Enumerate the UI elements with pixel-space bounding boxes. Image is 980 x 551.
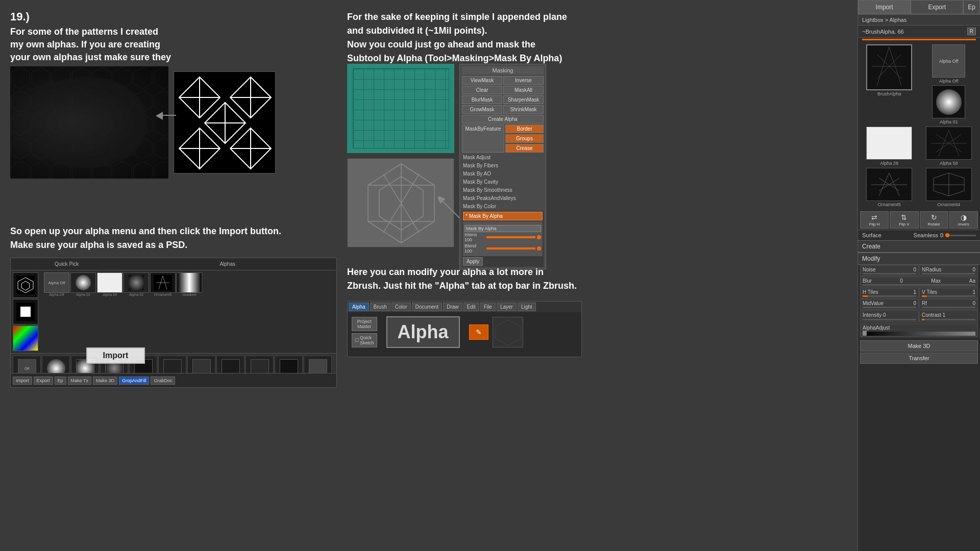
sharpenmask-btn[interactable]: SharpenMask — [503, 95, 544, 104]
mask-by-fibers[interactable]: Mask By Fibers — [462, 162, 544, 169]
mask-by-smoothness[interactable]: Mask By Smoothness — [462, 187, 544, 193]
transfer-btn[interactable]: Transfer — [860, 353, 978, 364]
tab-color[interactable]: Color — [391, 303, 411, 311]
tab-layer[interactable]: Layer — [497, 303, 517, 311]
ap-export-btn[interactable]: Export — [34, 377, 53, 385]
mask-adjust[interactable]: Mask Adjust — [462, 154, 544, 161]
alpha-big-box[interactable]: Alpha — [386, 316, 460, 348]
maskbyfeature-btn[interactable]: MaskByFeature — [462, 124, 504, 153]
blurmask-btn[interactable]: BlurMask — [462, 95, 502, 104]
mask-by-alpha-label[interactable]: * Mask By Alpha — [463, 212, 543, 220]
clear-btn[interactable]: Clear — [462, 86, 502, 94]
htiles-slider[interactable] — [863, 295, 916, 297]
quick-sketch-btn[interactable]: ☐ QuickSketch — [352, 333, 377, 347]
intensity-slider[interactable] — [863, 319, 916, 320]
rf-value: 0 — [972, 300, 975, 306]
tab-draw[interactable]: Draw — [443, 303, 462, 311]
import-btn[interactable]: Import — [858, 0, 911, 14]
ap-alpha-06-grid[interactable]: Alpha 06 — [187, 356, 215, 373]
intens-track[interactable] — [486, 236, 535, 238]
svg-point-2 — [26, 77, 148, 168]
modify-section[interactable]: Modify — [858, 253, 980, 265]
make-3d-btn[interactable]: Make 3D — [860, 340, 978, 352]
import-highlight-box[interactable]: Import — [86, 354, 145, 364]
ap-alpha-08-grid[interactable]: Alpha 08 — [246, 356, 274, 373]
seamless-slider[interactable] — [945, 235, 976, 236]
ap-ep-btn[interactable]: Ep — [55, 377, 66, 385]
lightbox-path[interactable]: Lightbox > Alphas — [862, 17, 906, 23]
blend-track[interactable] — [486, 247, 535, 249]
mask-by-alpha-input[interactable]: Mask By Alpha — [464, 225, 541, 232]
rf-slider[interactable] — [922, 307, 975, 308]
ap-alpha-off[interactable]: Alpha Off Alpha-Off — [44, 272, 69, 351]
mask-by-peaks[interactable]: Mask PeaksAndValleys — [462, 195, 544, 202]
tab-edit[interactable]: Edit — [463, 303, 479, 311]
border-btn[interactable]: Border — [505, 124, 544, 133]
brush-alpha-slider[interactable] — [862, 39, 976, 40]
nradius-slider[interactable] — [922, 273, 975, 274]
alpha-grid: BrushAlpha Alpha Off Alpha Off Alpha 01 — [858, 42, 980, 127]
alpha-off-item[interactable]: Alpha Off Alpha Off — [920, 44, 978, 84]
tab-file[interactable]: File — [480, 303, 496, 311]
ap-alpha-09-grid[interactable]: Alpha 09 — [275, 356, 303, 373]
vtiles-slider[interactable] — [922, 295, 975, 297]
flip-h-icon: ⇄ — [871, 213, 877, 221]
ap-grabdoc-btn[interactable]: GrabDoc — [151, 377, 175, 385]
contrast-label: Contrast — [922, 312, 941, 318]
create-alpha-btn[interactable]: Create Alpha — [462, 115, 544, 123]
ap-alpha-10-grid[interactable]: Alpha 10 — [304, 356, 332, 373]
r-button[interactable]: R — [967, 28, 976, 35]
tab-light[interactable]: Light — [518, 303, 536, 311]
invers-btn[interactable]: ◑ Invers — [949, 211, 978, 229]
maskall-btn[interactable]: MaskAll — [503, 86, 544, 94]
alpha-adjust-slider[interactable] — [863, 332, 975, 336]
tab-document[interactable]: Document — [412, 303, 443, 311]
ap-alpha-01-quick[interactable]: Alpha 01 — [70, 272, 96, 351]
ap-alpha-01-grid[interactable]: Alpha 01 — [42, 356, 70, 373]
tab-alpha[interactable]: Alpha — [349, 303, 369, 311]
ep-btn[interactable]: Ep — [963, 0, 980, 14]
contrast-label-val: Contrast 1 — [922, 312, 975, 318]
noise-slider[interactable] — [863, 273, 916, 274]
ap-import-btn[interactable]: Import — [13, 377, 32, 385]
growmask-btn[interactable]: GrowMask — [462, 105, 502, 114]
mask-by-color[interactable]: Mask By Color — [462, 203, 544, 210]
alpha-58-item[interactable]: Alpha 58 — [920, 127, 978, 166]
groups-btn[interactable]: Groups — [505, 134, 544, 143]
flip-h-label: Flip H — [869, 222, 880, 227]
flip-h-btn[interactable]: ⇄ Flip H — [860, 211, 889, 229]
crease-btn[interactable]: Crease — [505, 144, 544, 153]
shrinkmask-btn[interactable]: ShrinkMask — [503, 105, 544, 114]
mask-by-cavity[interactable]: Mask By Cavity — [462, 179, 544, 185]
flip-v-btn[interactable]: ⇅ Flip V — [890, 211, 918, 229]
ap-ornament5-quick[interactable]: Ornament5 — [150, 272, 176, 351]
edit-btn[interactable]: ✎ — [469, 324, 488, 340]
ornament5-item[interactable]: Ornament5 — [860, 168, 919, 207]
htiles-item: H Tiles 1 — [860, 288, 919, 298]
brush-alpha-item[interactable]: BrushAlpha — [860, 44, 919, 124]
ap-make3d-btn[interactable]: Make 3D — [93, 377, 117, 385]
ap-alpha-28-quick[interactable]: Alpha 28 — [97, 272, 122, 351]
inverse-btn[interactable]: Inverse — [503, 76, 544, 85]
ap-alpha-off-grid[interactable]: OffAlpha-Off — [13, 356, 41, 373]
alpha-28-item[interactable]: Alpha 28 — [860, 127, 919, 166]
tab-brush[interactable]: Brush — [370, 303, 390, 311]
midvalue-slider[interactable] — [863, 307, 916, 308]
mask-by-ao[interactable]: Mask By AO — [462, 170, 544, 177]
ornament4-item[interactable]: Ornament4 — [920, 168, 978, 207]
create-section[interactable]: Create — [858, 240, 980, 253]
blur-slider[interactable] — [863, 284, 975, 286]
ap-alpha-05-grid[interactable]: Alpha 05 — [158, 356, 186, 373]
ap-groupandfill-btn[interactable]: GropAndFill — [119, 377, 150, 385]
ap-maketx-btn[interactable]: Make Tx — [68, 377, 91, 385]
ap-grid-section: OffAlpha-Off Alpha 01 Alpha 02 Alpha 03 … — [11, 354, 336, 373]
apply-btn[interactable]: Apply — [463, 257, 483, 266]
project-master-btn[interactable]: ProjectMaster — [352, 317, 377, 331]
rotate-btn[interactable]: ↻ Rotate — [920, 211, 948, 229]
viewmask-btn[interactable]: ViewMask — [462, 76, 502, 85]
ap-alpha-07-grid[interactable]: Alpha 07 — [216, 356, 244, 373]
ap-alpha-32-quick[interactable]: Alpha 32 — [124, 272, 149, 351]
contrast-slider[interactable] — [922, 319, 975, 320]
alpha-01-item[interactable]: Alpha 01 — [920, 85, 978, 124]
export-btn[interactable]: Export — [911, 0, 963, 14]
